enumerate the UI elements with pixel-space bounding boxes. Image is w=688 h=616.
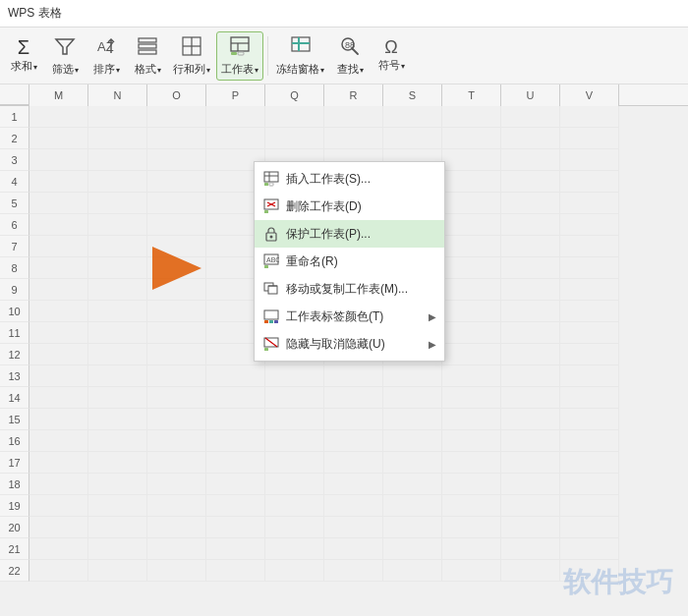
- grid-cell[interactable]: [383, 452, 442, 474]
- grid-cell[interactable]: [206, 128, 265, 149]
- grid-cell[interactable]: [147, 128, 206, 149]
- grid-cell[interactable]: [29, 279, 88, 301]
- grid-cell[interactable]: [29, 214, 88, 236]
- grid-cell[interactable]: [29, 193, 88, 214]
- grid-cell[interactable]: [383, 538, 442, 560]
- grid-cell[interactable]: [324, 452, 383, 474]
- grid-cell[interactable]: [265, 365, 324, 387]
- grid-cell[interactable]: [88, 236, 147, 257]
- table-row[interactable]: 22: [0, 560, 688, 582]
- table-row[interactable]: 14: [0, 387, 688, 409]
- grid-cell[interactable]: [88, 409, 147, 430]
- grid-cell[interactable]: [560, 171, 619, 193]
- grid-cell[interactable]: [383, 495, 442, 517]
- grid-cell[interactable]: [88, 474, 147, 495]
- grid-cell[interactable]: [560, 344, 619, 365]
- grid-cell[interactable]: [501, 452, 560, 474]
- grid-cell[interactable]: [29, 474, 88, 495]
- grid-cell[interactable]: [29, 322, 88, 344]
- toolbar-sort[interactable]: AZ 排序▾: [86, 31, 126, 81]
- grid-cell[interactable]: [147, 517, 206, 538]
- grid-cell[interactable]: [147, 430, 206, 452]
- grid-cell[interactable]: [29, 236, 88, 257]
- grid-cell[interactable]: [147, 365, 206, 387]
- grid-cell[interactable]: [206, 474, 265, 495]
- grid-cell[interactable]: [29, 257, 88, 279]
- grid-cell[interactable]: [324, 474, 383, 495]
- grid-cell[interactable]: [501, 322, 560, 344]
- grid-cell[interactable]: [265, 409, 324, 430]
- grid-cell[interactable]: [147, 495, 206, 517]
- grid-cell[interactable]: [442, 279, 501, 301]
- grid-cell[interactable]: [442, 538, 501, 560]
- grid-cell[interactable]: [265, 106, 324, 128]
- grid-cell[interactable]: [206, 452, 265, 474]
- grid-cell[interactable]: [442, 128, 501, 149]
- menu-item-tabcolor[interactable]: 工作表标签颜色(T) ▶: [255, 303, 444, 330]
- grid-cell[interactable]: [442, 344, 501, 365]
- grid-cell[interactable]: [501, 128, 560, 149]
- grid-cell[interactable]: [442, 149, 501, 171]
- grid-cell[interactable]: [442, 257, 501, 279]
- grid-cell[interactable]: [324, 560, 383, 582]
- grid-cell[interactable]: [88, 452, 147, 474]
- grid-cell[interactable]: [324, 538, 383, 560]
- grid-cell[interactable]: [206, 409, 265, 430]
- grid-cell[interactable]: [383, 560, 442, 582]
- table-row[interactable]: 18: [0, 474, 688, 495]
- table-row[interactable]: 16: [0, 430, 688, 452]
- grid-cell[interactable]: [88, 279, 147, 301]
- grid-cell[interactable]: [383, 409, 442, 430]
- grid-cell[interactable]: [383, 387, 442, 409]
- grid-cell[interactable]: [442, 236, 501, 257]
- grid-cell[interactable]: [29, 106, 88, 128]
- grid-cell[interactable]: [383, 365, 442, 387]
- grid-cell[interactable]: [265, 517, 324, 538]
- grid-cell[interactable]: [501, 301, 560, 322]
- grid-cell[interactable]: [147, 106, 206, 128]
- grid-cell[interactable]: [501, 517, 560, 538]
- grid-cell[interactable]: [560, 365, 619, 387]
- grid-cell[interactable]: [88, 538, 147, 560]
- grid-cell[interactable]: [88, 344, 147, 365]
- toolbar-freeze[interactable]: 冻结窗格▾: [272, 31, 328, 81]
- menu-item-insert[interactable]: 插入工作表(S)...: [255, 165, 444, 193]
- toolbar-symbol[interactable]: Ω 符号▾: [372, 31, 411, 81]
- grid-cell[interactable]: [560, 279, 619, 301]
- grid-cell[interactable]: [88, 171, 147, 193]
- grid-cell[interactable]: [442, 214, 501, 236]
- grid-cell[interactable]: [265, 560, 324, 582]
- grid-cell[interactable]: [442, 474, 501, 495]
- grid-cell[interactable]: [442, 409, 501, 430]
- menu-item-protect[interactable]: 保护工作表(P)...: [255, 220, 444, 248]
- grid-cell[interactable]: [383, 430, 442, 452]
- grid-cell[interactable]: [560, 430, 619, 452]
- grid-cell[interactable]: [88, 495, 147, 517]
- grid-cell[interactable]: [501, 193, 560, 214]
- grid-cell[interactable]: [442, 322, 501, 344]
- menu-item-hide[interactable]: 隐藏与取消隐藏(U) ▶: [255, 330, 444, 358]
- grid-cell[interactable]: [442, 430, 501, 452]
- toolbar-format[interactable]: 格式▾: [128, 31, 167, 81]
- grid-cell[interactable]: [206, 560, 265, 582]
- grid-cell[interactable]: [88, 128, 147, 149]
- grid-cell[interactable]: [29, 452, 88, 474]
- grid-cell[interactable]: [560, 538, 619, 560]
- grid-cell[interactable]: [560, 236, 619, 257]
- grid-cell[interactable]: [560, 301, 619, 322]
- grid-cell[interactable]: [29, 430, 88, 452]
- grid-cell[interactable]: [383, 474, 442, 495]
- grid-cell[interactable]: [29, 149, 88, 171]
- grid-cell[interactable]: [501, 495, 560, 517]
- grid-cell[interactable]: [265, 128, 324, 149]
- table-row[interactable]: 17: [0, 452, 688, 474]
- grid-cell[interactable]: [88, 257, 147, 279]
- grid-cell[interactable]: [442, 387, 501, 409]
- grid-cell[interactable]: [88, 301, 147, 322]
- grid-cell[interactable]: [88, 560, 147, 582]
- grid-cell[interactable]: [560, 387, 619, 409]
- grid-cell[interactable]: [265, 387, 324, 409]
- grid-cell[interactable]: [560, 128, 619, 149]
- grid-cell[interactable]: [147, 301, 206, 322]
- table-row[interactable]: 2: [0, 128, 688, 149]
